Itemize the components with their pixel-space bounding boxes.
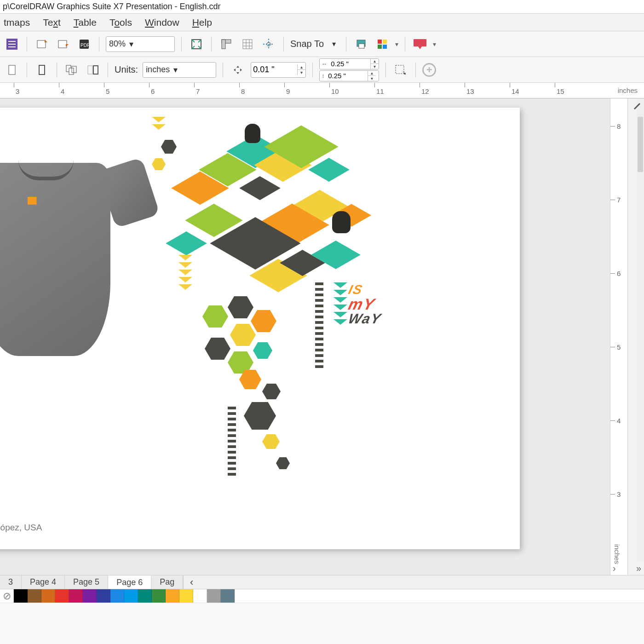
svg-rect-12 <box>378 40 382 44</box>
chevron-down-icon: ▾ <box>129 39 133 49</box>
down-icon[interactable]: ▾ <box>368 76 376 81</box>
application-launcher-icon[interactable] <box>374 36 391 52</box>
scroll-end-icon[interactable]: » <box>636 563 641 574</box>
show-guides-icon[interactable] <box>260 36 277 52</box>
show-rulers-icon[interactable] <box>218 36 235 52</box>
export-icon[interactable] <box>55 36 71 52</box>
up-icon[interactable]: ▴ <box>368 70 376 76</box>
nudge-distance-spinner[interactable]: ▴▾ <box>251 62 306 78</box>
menu-window[interactable]: Window <box>145 17 179 28</box>
color-swatch[interactable] <box>207 589 221 603</box>
color-swatch[interactable] <box>41 589 55 603</box>
units-combo[interactable]: inches ▾ <box>143 62 216 78</box>
color-swatch[interactable] <box>138 589 152 603</box>
dup-y-input[interactable] <box>326 72 368 80</box>
menu-help[interactable]: Help <box>192 17 212 28</box>
color-swatch[interactable] <box>124 589 138 603</box>
import-icon[interactable] <box>34 36 50 52</box>
color-swatch[interactable] <box>110 589 124 603</box>
units-label: Units: <box>115 64 138 75</box>
treat-as-filled-icon[interactable] <box>392 62 409 78</box>
chevron-down-icon[interactable]: ▾ <box>433 40 436 48</box>
menu-table[interactable]: Table <box>74 17 97 28</box>
chevron-down-icon: ▾ <box>173 65 178 75</box>
show-grid-icon[interactable] <box>239 36 256 52</box>
color-swatch[interactable] <box>28 589 41 603</box>
page-tab[interactable]: Pag <box>151 575 183 589</box>
color-swatch[interactable] <box>152 589 166 603</box>
svg-rect-17 <box>9 65 15 75</box>
page: IS mY WaY López, USA <box>0 108 520 549</box>
duplicate-x-spinner[interactable]: ↔ ▴▾ <box>319 58 379 69</box>
window-title: p\CorelDRAW Graphics Suite X7 Presentati… <box>3 2 221 12</box>
orientation-portrait-icon[interactable] <box>34 62 50 78</box>
vertical-scrollbar[interactable] <box>637 98 644 561</box>
pen-tool-icon[interactable] <box>633 101 641 109</box>
page-dimensions-icon[interactable] <box>4 62 20 78</box>
ruler-unit-label: inches <box>618 86 638 94</box>
svg-rect-20 <box>69 68 74 75</box>
color-swatch[interactable] <box>179 589 193 603</box>
menu-tools[interactable]: Tools <box>109 17 132 28</box>
scrollbar-thumb[interactable] <box>638 117 643 172</box>
standard-toolbar: PDF 80% ▾ Snap To ▾ ▾ ▾ <box>0 31 644 57</box>
color-swatch[interactable] <box>221 589 235 603</box>
ruler-tick: 4 <box>610 420 615 421</box>
pattern-chevrons <box>152 117 166 132</box>
character-icon <box>245 124 260 143</box>
all-pages-icon[interactable] <box>63 62 80 78</box>
page-tab[interactable]: Page 6 <box>108 575 151 589</box>
svg-rect-8 <box>243 40 252 49</box>
right-column: inches 876543 › » <box>610 98 644 575</box>
no-fill-swatch[interactable]: ⊘ <box>0 589 14 603</box>
page-tab[interactable]: Page 5 <box>65 575 108 589</box>
up-icon[interactable]: ▴ <box>371 58 379 64</box>
property-bar: Units: inches ▾ ▴▾ ↔ ▴▾ ↕ ▴▾ + <box>0 57 644 83</box>
menu-bitmaps[interactable]: tmaps <box>4 17 30 28</box>
dup-x-input[interactable] <box>329 60 370 68</box>
ruler-tick: 3 <box>610 494 615 494</box>
page-tab[interactable]: 3 <box>0 575 22 589</box>
up-icon[interactable]: ▴ <box>298 64 305 70</box>
svg-point-25 <box>404 73 406 75</box>
vertical-ruler[interactable]: inches 876543 <box>610 98 628 575</box>
nudge-icon <box>230 62 246 78</box>
workspace-layout-icon[interactable] <box>4 36 20 52</box>
color-swatch[interactable] <box>69 589 83 603</box>
nudge-input[interactable] <box>251 65 297 75</box>
svg-rect-22 <box>88 66 92 74</box>
color-swatch[interactable] <box>55 589 69 603</box>
publish-pdf-icon[interactable]: PDF <box>76 36 92 52</box>
chevron-down-icon[interactable]: ▾ <box>395 40 398 48</box>
page-tab[interactable]: Page 4 <box>22 575 65 589</box>
canvas[interactable]: IS mY WaY López, USA <box>0 98 610 575</box>
color-swatch[interactable] <box>14 589 28 603</box>
tabs-scroll-left[interactable]: ‹ <box>183 575 200 589</box>
svg-rect-24 <box>396 65 404 74</box>
add-preset-button[interactable]: + <box>422 63 436 77</box>
zoom-value: 80% <box>109 39 126 49</box>
snap-dropdown[interactable]: ▾ <box>328 36 339 52</box>
artwork[interactable]: IS mY WaY <box>124 112 419 545</box>
art-text-way: WaY <box>347 311 383 327</box>
color-swatch[interactable] <box>166 589 179 603</box>
zoom-level-combo[interactable]: 80% ▾ <box>106 36 175 52</box>
color-swatch[interactable] <box>83 589 97 603</box>
color-swatch[interactable] <box>193 589 207 603</box>
current-page-icon[interactable] <box>85 62 101 78</box>
ruler-tick: 8 <box>610 126 615 126</box>
down-icon[interactable]: ▾ <box>371 64 379 69</box>
welcome-screen-icon[interactable] <box>412 36 428 52</box>
scroll-right-icon[interactable]: › <box>613 563 616 574</box>
svg-rect-23 <box>93 66 98 74</box>
workspace: IS mY WaY López, USA inches 876543 › » <box>0 98 644 575</box>
menu-text[interactable]: Text <box>43 17 61 28</box>
pattern-stripes <box>228 407 236 499</box>
options-icon[interactable] <box>353 36 369 52</box>
down-icon[interactable]: ▾ <box>298 70 305 75</box>
tshirt-mockup[interactable] <box>0 144 129 374</box>
color-swatch[interactable] <box>97 589 110 603</box>
duplicate-y-spinner[interactable]: ↕ ▴▾ <box>319 70 379 81</box>
full-screen-preview-icon[interactable] <box>188 36 205 52</box>
horizontal-ruler[interactable]: inches 3456789101112131415 <box>0 83 644 98</box>
